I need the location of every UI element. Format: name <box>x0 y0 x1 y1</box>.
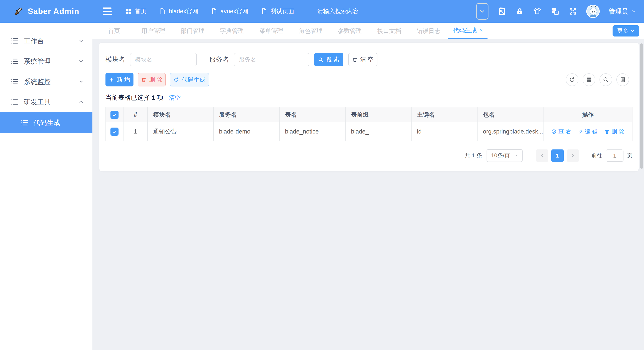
tab-home[interactable]: 首页 <box>94 23 134 39</box>
logo: Saber Admin <box>0 0 92 23</box>
document-icon <box>211 8 217 15</box>
tab-param-management[interactable]: 参数管理 <box>330 23 370 39</box>
sidebar-item-system-monitor[interactable]: 系统监控 <box>0 71 92 92</box>
lock-screen-button[interactable] <box>516 7 524 15</box>
chevron-left-icon <box>540 153 545 158</box>
goto-unit-label: 页 <box>627 152 632 159</box>
pagination: 共 1 条 10条/页 1 <box>106 149 632 162</box>
sidebar-item-label: 研发工具 <box>24 98 51 107</box>
prev-page-button[interactable] <box>536 149 548 162</box>
cell-module: 通知公告 <box>148 122 214 141</box>
selection-text: 当前表格已选择 <box>106 93 150 102</box>
filter-row: 模块名 服务名 搜 索 清 空 <box>106 53 632 66</box>
top-nav-home[interactable]: 首页 <box>125 7 146 15</box>
chevron-right-icon <box>570 153 575 158</box>
tab-user-management[interactable]: 用户管理 <box>134 23 173 39</box>
grid-size-button[interactable] <box>583 73 595 86</box>
top-nav-test-page[interactable]: 测试页面 <box>261 7 294 15</box>
cell-pk: id <box>411 122 477 141</box>
tab-label: 用户管理 <box>142 27 165 35</box>
view-icon <box>551 129 556 134</box>
view-label: 查 看 <box>558 128 571 136</box>
vertical-scrollbar[interactable] <box>640 43 643 169</box>
debug-log-button[interactable] <box>498 7 506 16</box>
column-header-index: # <box>123 107 148 122</box>
more-tabs-button[interactable]: 更多 <box>612 25 640 37</box>
global-search-input[interactable]: 请输入搜索内容 <box>317 7 359 15</box>
show-search-button[interactable] <box>600 73 612 86</box>
top-nav-label: bladex官网 <box>169 7 198 15</box>
service-name-input[interactable] <box>234 53 309 66</box>
close-icon[interactable]: × <box>480 28 483 33</box>
chevron-down-icon <box>479 8 486 15</box>
svg-text:A: A <box>556 11 558 15</box>
page-size-select[interactable]: 10条/页 <box>486 149 522 162</box>
page-number-1[interactable]: 1 <box>551 149 564 162</box>
tab-code-generation[interactable]: 代码生成 × <box>448 23 488 39</box>
top-nav-label: 首页 <box>135 7 146 15</box>
sidebar-item-label: 代码生成 <box>33 118 60 127</box>
delete-button-label: 删 除 <box>149 76 163 84</box>
sidebar-item-code-generation[interactable]: 代码生成 <box>0 112 92 133</box>
crud-card: 模块名 服务名 搜 索 清 空 <box>99 43 639 171</box>
code-generate-button[interactable]: 代码生成 <box>170 73 209 86</box>
cell-package: org.springblade.desk... <box>477 122 543 141</box>
select-all-checkbox[interactable] <box>110 111 118 119</box>
selection-text: 项 <box>157 93 164 102</box>
next-page-button[interactable] <box>567 149 579 162</box>
search-icon <box>603 77 609 83</box>
search-button[interactable]: 搜 索 <box>314 53 343 66</box>
user-avatar[interactable] <box>586 5 600 18</box>
edit-row-link[interactable]: 编 辑 <box>578 128 598 136</box>
sidebar: 工作台 系统管理 系统监控 <box>0 23 92 350</box>
delete-label: 删 除 <box>611 128 624 136</box>
view-row-link[interactable]: 查 看 <box>551 128 571 136</box>
cell-table-name: blade_notice <box>280 122 346 141</box>
grid-icon <box>586 77 592 83</box>
edit-label: 编 辑 <box>585 128 598 136</box>
menu-collapse-icon[interactable] <box>103 8 112 15</box>
translate-icon-button[interactable]: 中 A <box>550 7 560 16</box>
top-nav-bladex[interactable]: bladex官网 <box>159 7 198 15</box>
top-nav: 首页 bladex官网 avuex官网 <box>125 7 294 15</box>
fullscreen-button[interactable] <box>569 7 577 16</box>
user-menu[interactable]: 管理员 <box>609 7 636 16</box>
delete-button[interactable]: 删 除 <box>138 73 166 86</box>
app-title: Saber Admin <box>28 7 80 16</box>
goto-label: 前往 <box>591 152 602 159</box>
tab-label: 代码生成 <box>453 26 477 34</box>
column-settings-button[interactable] <box>616 73 629 86</box>
sidebar-item-workbench[interactable]: 工作台 <box>0 31 92 51</box>
clear-selection-link[interactable]: 清空 <box>169 94 181 102</box>
top-nav-label: 测试页面 <box>270 7 294 15</box>
tab-label: 接口文档 <box>378 27 401 35</box>
clipboard-wrench-icon <box>498 7 506 16</box>
tab-error-log[interactable]: 错误日志 <box>409 23 448 39</box>
add-button[interactable]: 新 增 <box>106 73 134 86</box>
tab-menu-management[interactable]: 菜单管理 <box>252 23 291 39</box>
tab-role-management[interactable]: 角色管理 <box>291 23 330 39</box>
row-checkbox[interactable] <box>110 127 118 136</box>
tab-api-docs[interactable]: 接口文档 <box>370 23 409 39</box>
tab-dictionary-management[interactable]: 字典管理 <box>212 23 252 39</box>
clear-filters-button[interactable]: 清 空 <box>348 53 378 66</box>
tab-label: 字典管理 <box>220 27 244 35</box>
tabbar: 首页 用户管理 部门管理 字典管理 菜单管理 角色管理 参数管理 接口文档 错误… <box>92 23 644 39</box>
goto-page-input[interactable] <box>606 149 624 162</box>
top-nav-label: avuex官网 <box>220 7 248 15</box>
chevron-down-icon <box>78 79 84 85</box>
module-name-input[interactable] <box>130 53 197 66</box>
list-icon <box>11 37 18 45</box>
sidebar-item-dev-tools[interactable]: 研发工具 <box>0 92 92 112</box>
theme-button[interactable] <box>533 7 542 16</box>
sidebar-item-system-management[interactable]: 系统管理 <box>0 51 92 71</box>
row-select-cell <box>106 122 123 141</box>
top-nav-avuex[interactable]: avuex官网 <box>211 7 248 15</box>
refresh-grid-button[interactable] <box>566 73 578 86</box>
tab-label: 菜单管理 <box>260 27 283 35</box>
tab-department-management[interactable]: 部门管理 <box>173 23 212 39</box>
document-icon <box>159 8 166 15</box>
topbar-collapse-toggle[interactable] <box>476 3 488 20</box>
delete-row-link[interactable]: 删 除 <box>604 128 624 136</box>
chevron-down-icon <box>78 58 84 64</box>
